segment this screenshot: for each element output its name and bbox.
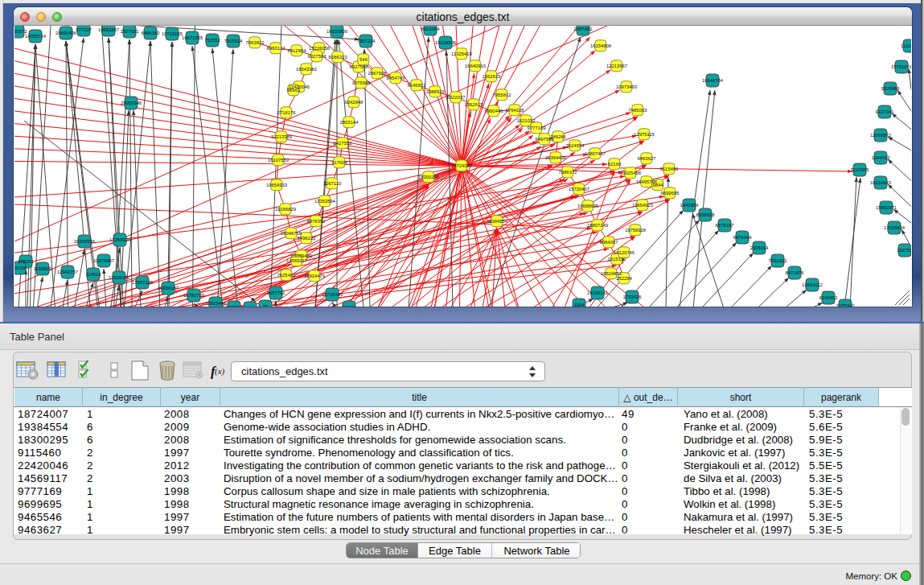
svg-text:835051: 835051 [18, 259, 34, 264]
svg-text:8471676: 8471676 [786, 270, 805, 275]
svg-text:16543382: 16543382 [296, 67, 317, 72]
svg-text:10653267: 10653267 [98, 27, 119, 32]
svg-text:1156829: 1156829 [34, 266, 52, 271]
svg-text:10025458: 10025458 [620, 171, 642, 175]
svg-text:3267110: 3267110 [323, 181, 342, 186]
svg-text:1440954: 1440954 [680, 203, 700, 208]
svg-text:977137: 977137 [76, 27, 92, 32]
svg-text:12213389: 12213389 [271, 134, 292, 139]
svg-text:5498222: 5498222 [298, 236, 316, 241]
svg-text:7625402: 7625402 [277, 273, 296, 278]
svg-text:1733426: 1733426 [623, 295, 643, 299]
svg-text:751552: 751552 [204, 38, 220, 43]
svg-text:98961: 98961 [287, 88, 300, 93]
svg-text:16154808: 16154808 [590, 43, 612, 48]
svg-text:3215955: 3215955 [851, 167, 870, 172]
svg-text:9844: 9844 [652, 183, 663, 187]
svg-text:19756928: 19756928 [625, 228, 647, 233]
svg-text:162: 162 [246, 306, 254, 307]
svg-text:9329966: 9329966 [881, 86, 901, 91]
svg-text:116753: 116753 [897, 248, 911, 253]
svg-text:20691406: 20691406 [55, 31, 77, 35]
svg-text:16210643: 16210643 [870, 180, 892, 185]
svg-text:9146821: 9146821 [408, 83, 426, 88]
svg-text:9699695: 9699695 [661, 191, 680, 196]
svg-text:19654933: 19654933 [266, 183, 288, 187]
svg-text:10975867: 10975867 [93, 258, 114, 263]
svg-text:14569117: 14569117 [286, 258, 307, 263]
svg-text:8322037: 8322037 [447, 95, 466, 100]
svg-text:6794028: 6794028 [506, 108, 525, 113]
svg-text:924504: 924504 [226, 305, 242, 307]
svg-text:16640910: 16640910 [465, 64, 487, 68]
svg-text:9084067: 9084067 [600, 240, 618, 245]
svg-text:18724007: 18724007 [451, 163, 472, 168]
svg-text:6679197: 6679197 [716, 223, 734, 228]
svg-text:1904: 1904 [573, 303, 585, 307]
svg-text:18300295: 18300295 [418, 175, 440, 179]
svg-text:12505185: 12505185 [109, 275, 130, 280]
svg-text:18524851: 18524851 [601, 271, 622, 276]
svg-text:2087682: 2087682 [574, 27, 593, 31]
svg-text:20206556: 20206556 [74, 239, 96, 244]
svg-text:13226058: 13226058 [309, 46, 331, 51]
svg-text:8813054: 8813054 [421, 27, 441, 31]
svg-text:19654923: 19654923 [632, 203, 654, 208]
svg-text:7485003: 7485003 [629, 108, 648, 113]
svg-text:10719155: 10719155 [162, 31, 183, 36]
svg-text:29053346: 29053346 [121, 101, 142, 105]
svg-text:12093872: 12093872 [870, 133, 891, 138]
svg-text:15751074: 15751074 [891, 64, 911, 69]
svg-text:1621022: 1621022 [517, 118, 536, 123]
svg-text:546: 546 [359, 57, 368, 62]
svg-text:8454749: 8454749 [387, 76, 405, 80]
svg-text:17359924: 17359924 [109, 237, 131, 242]
svg-text:8960124: 8960124 [267, 46, 286, 51]
svg-text:9115460: 9115460 [660, 167, 679, 171]
svg-text:19166829: 19166829 [275, 207, 296, 212]
svg-text:15720407: 15720407 [569, 187, 589, 192]
svg-text:8427552: 8427552 [334, 141, 352, 146]
svg-text:9245652: 9245652 [819, 295, 838, 300]
svg-text:2803144: 2803144 [340, 120, 359, 125]
svg-text:8990448: 8990448 [485, 109, 504, 113]
svg-text:15692971: 15692971 [876, 205, 897, 210]
svg-text:1527601: 1527601 [121, 29, 139, 34]
svg-text:1112458: 1112458 [901, 43, 911, 48]
svg-text:9327508: 9327508 [350, 64, 369, 69]
svg-text:7632621: 7632621 [769, 258, 787, 263]
svg-text:7663822: 7663822 [246, 40, 265, 45]
svg-text:62160: 62160 [608, 162, 622, 167]
svg-text:16782759: 16782759 [183, 293, 204, 298]
svg-text:39154: 39154 [14, 266, 27, 270]
svg-text:77: 77 [263, 304, 269, 307]
svg-text:16914479: 16914479 [304, 274, 325, 278]
svg-text:12975115: 12975115 [634, 132, 655, 137]
svg-text:17016504: 17016504 [884, 225, 906, 230]
svg-text:9227341: 9227341 [876, 109, 894, 114]
svg-text:(x): (x) [215, 366, 225, 377]
svg-text:3675685: 3675685 [352, 80, 372, 85]
svg-text:6466160: 6466160 [142, 31, 161, 35]
svg-text:11325419: 11325419 [451, 51, 472, 56]
svg-text:1562615: 1562615 [483, 74, 502, 79]
svg-text:917004: 917004 [331, 160, 347, 165]
svg-text:16033809: 16033809 [326, 29, 347, 34]
svg-text:15716485: 15716485 [322, 292, 343, 297]
svg-text:9474444: 9474444 [733, 235, 753, 240]
svg-text:8878352: 8878352 [307, 219, 326, 224]
svg-text:9327503: 9327503 [308, 54, 327, 59]
svg-text:12923448: 12923448 [205, 301, 227, 306]
svg-text:10958187: 10958187 [158, 286, 179, 290]
svg-text:7955812: 7955812 [493, 93, 511, 97]
svg-text:114519: 114519 [85, 272, 101, 277]
svg-text:16444: 16444 [343, 305, 356, 307]
svg-text:19218506: 19218506 [435, 40, 457, 45]
svg-text:9777169: 9777169 [528, 126, 546, 130]
svg-text:10654112: 10654112 [802, 282, 823, 287]
svg-text:10688609: 10688609 [577, 204, 598, 208]
svg-text:8912954: 8912954 [288, 48, 307, 53]
svg-text:7357224: 7357224 [357, 39, 376, 43]
svg-text:3624554: 3624554 [566, 143, 585, 148]
svg-text:16107553: 16107553 [268, 158, 290, 163]
